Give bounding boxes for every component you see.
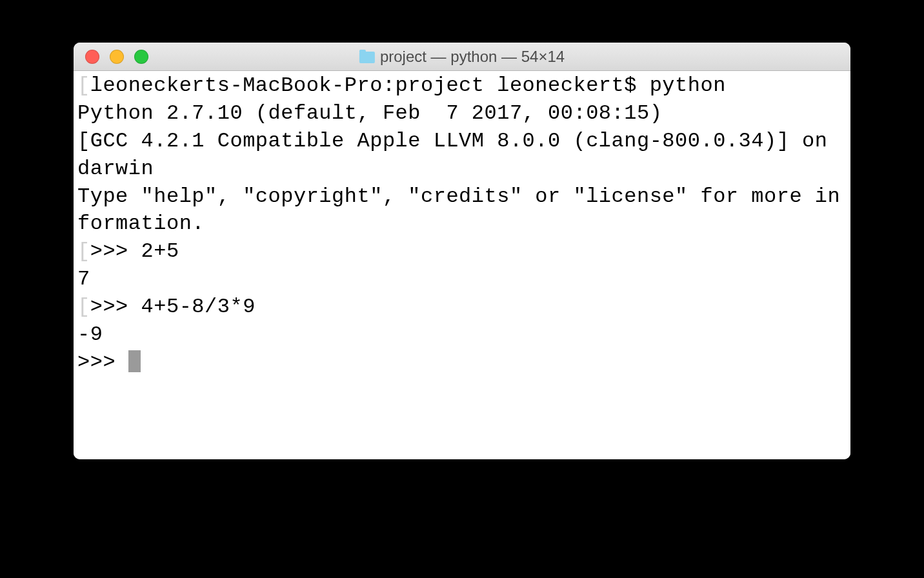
repl-prompt: >>> [90,295,141,319]
repl-output: -9 [77,321,847,349]
python-banner-line: Python 2.7.10 (default, Feb 7 2017, 00:0… [77,100,847,128]
repl-input: 4+5-8/3*9 [141,295,256,319]
repl-prompt: >>> [90,239,141,263]
zoom-icon[interactable] [134,50,148,64]
terminal-body[interactable]: [leoneckerts-MacBook-Pro:project leoneck… [74,71,850,459]
shell-prompt-line: leoneckerts-MacBook-Pro:project leonecke… [90,74,726,97]
cursor-icon [128,350,141,372]
titlebar[interactable]: project — python — 54×14 [74,43,850,71]
window-title-group: project — python — 54×14 [359,48,565,66]
python-banner-line: [GCC 4.2.1 Compatible Apple LLVM 8.0.0 (… [77,128,847,183]
repl-prompt: >>> [77,350,128,374]
folder-icon [359,52,375,63]
traffic-lights [74,50,148,64]
close-icon[interactable] [85,50,99,64]
repl-input: 2+5 [141,239,179,263]
window-title: project — python — 54×14 [380,48,565,66]
python-banner-line: Type "help", "copyright", "credits" or "… [77,183,847,239]
terminal-window: project — python — 54×14 [leoneckerts-Ma… [74,43,850,459]
repl-output: 7 [77,266,847,294]
minimize-icon[interactable] [110,50,124,64]
